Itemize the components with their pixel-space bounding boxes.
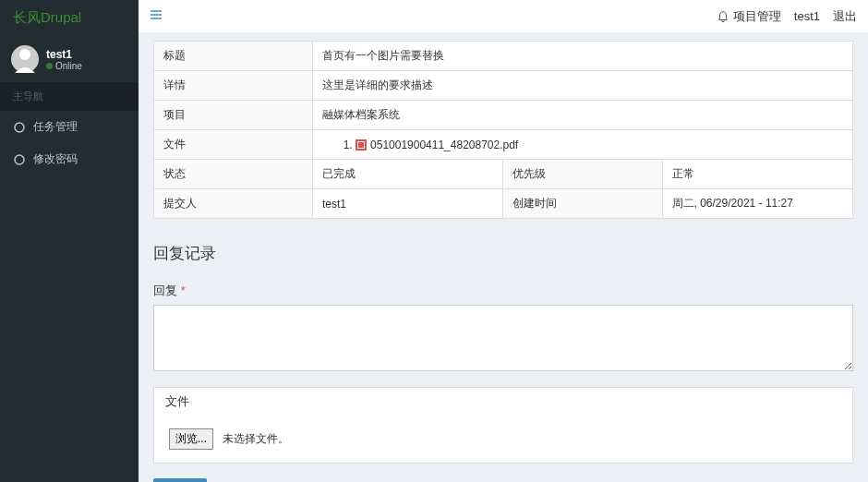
- user-panel: test1 Online: [0, 36, 139, 82]
- pdf-icon: [356, 139, 367, 151]
- value-priority: 正常: [662, 160, 852, 189]
- content-area: 标题 首页有一个图片需要替换 详情 这里是详细的要求描述 项目 融媒体档案系统 …: [139, 33, 868, 482]
- value-desc: 这里是详细的要求描述: [313, 71, 853, 101]
- reply-label: 回复 *: [153, 283, 853, 299]
- label-project: 项目: [154, 101, 313, 130]
- value-file: 051001900411_48208702.pdf: [313, 130, 853, 160]
- label-priority: 优先级: [503, 160, 662, 189]
- value-submitter: test1: [313, 189, 503, 219]
- sidebar-item-tasks[interactable]: 任务管理: [0, 111, 139, 143]
- nav-header: 主导航: [0, 82, 139, 111]
- detail-table: 标题 首页有一个图片需要替换 详情 这里是详细的要求描述 项目 融媒体档案系统 …: [153, 41, 853, 219]
- file-item[interactable]: 051001900411_48208702.pdf: [356, 139, 843, 151]
- label-file: 文件: [154, 130, 313, 160]
- menu-toggle-icon[interactable]: [150, 8, 163, 24]
- svg-point-1: [15, 123, 24, 132]
- file-legend: 文件: [154, 388, 852, 416]
- label-status: 状态: [154, 160, 313, 189]
- label-submitter: 提交人: [154, 189, 313, 219]
- circle-icon: [13, 121, 26, 134]
- user-name: test1: [46, 48, 82, 61]
- project-mgmt-link[interactable]: 项目管理: [717, 8, 781, 25]
- svg-point-2: [15, 155, 24, 164]
- save-button[interactable]: 保存: [153, 478, 207, 482]
- reply-history-heading: 回复记录: [153, 243, 853, 264]
- value-title: 首页有一个图片需要替换: [313, 42, 853, 71]
- value-created: 周二, 06/29/2021 - 11:27: [662, 189, 852, 219]
- label-title: 标题: [154, 42, 313, 71]
- sidebar: 长风Drupal test1 Online 主导航 任务管理 修改密码: [0, 0, 139, 482]
- browse-button[interactable]: 浏览...: [169, 428, 213, 450]
- svg-point-0: [19, 49, 30, 60]
- file-status-text: 未选择文件。: [223, 432, 289, 445]
- sidebar-item-label: 任务管理: [33, 119, 78, 135]
- bell-icon: [717, 10, 729, 23]
- user-status: Online: [46, 61, 82, 71]
- sidebar-item-password[interactable]: 修改密码: [0, 143, 139, 175]
- avatar: [11, 45, 39, 73]
- brand-logo: 长风Drupal: [0, 0, 139, 36]
- logout-link[interactable]: 退出: [833, 8, 857, 25]
- reply-textarea[interactable]: [153, 305, 853, 371]
- value-project: 融媒体档案系统: [313, 101, 853, 130]
- topbar-username[interactable]: test1: [794, 9, 820, 23]
- file-fieldset: 文件 浏览... 未选择文件。: [153, 387, 853, 464]
- topbar: 项目管理 test1 退出: [139, 0, 868, 33]
- value-status: 已完成: [313, 160, 503, 189]
- circle-icon: [13, 153, 26, 166]
- label-created: 创建时间: [503, 189, 662, 219]
- sidebar-item-label: 修改密码: [33, 151, 78, 167]
- label-desc: 详情: [154, 71, 313, 101]
